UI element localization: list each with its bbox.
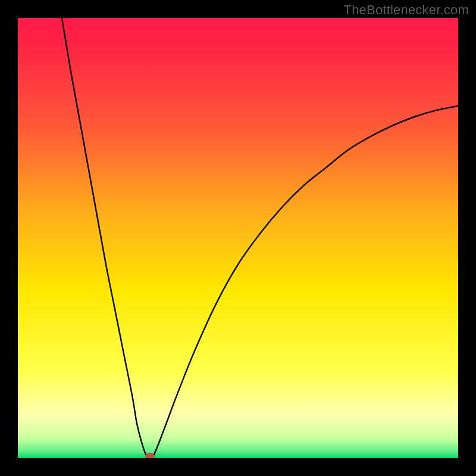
gradient-background	[18, 18, 458, 458]
watermark-text: TheBottlenecker.com	[344, 2, 469, 18]
chart-frame: TheBottlenecker.com	[0, 0, 476, 476]
plot-area	[18, 18, 458, 458]
bottleneck-chart	[18, 18, 458, 458]
